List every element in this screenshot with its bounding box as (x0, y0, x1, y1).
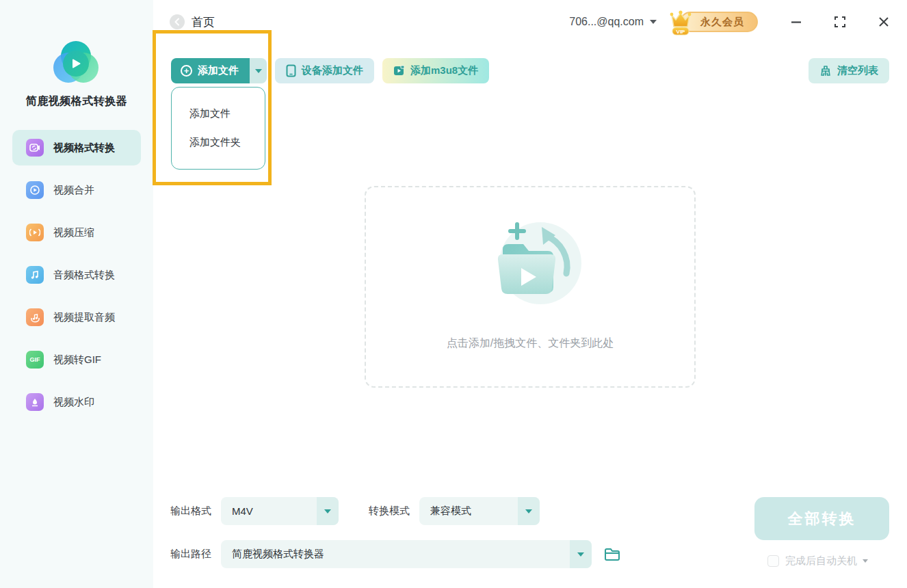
gif-glyph: GIF (30, 356, 40, 363)
topbar: 首页 706...@qq.com VIP 永久会员 (170, 10, 891, 34)
add-m3u8-button[interactable]: 添加m3u8文件 (382, 58, 489, 83)
account-email[interactable]: 706...@qq.com (569, 16, 644, 28)
chevron-down-icon (317, 497, 339, 525)
svg-text:VIP: VIP (676, 29, 686, 35)
format-row: 输出格式 M4V 转换模式 兼容模式 (170, 497, 540, 525)
chevron-down-icon (255, 69, 262, 73)
sidebar-nav: 视频格式转换 视频合并 视频压缩 音频格式转换 视频提取音频 (0, 130, 153, 427)
phone-icon (286, 64, 296, 77)
back-button[interactable] (170, 14, 185, 29)
sidebar-item-label: 视频水印 (53, 396, 94, 409)
output-path-select[interactable]: 简鹿视频格式转换器 (221, 540, 592, 568)
convert-all-button[interactable]: 全部转换 (754, 497, 889, 540)
file-dropzone[interactable]: 点击添加/拖拽文件、文件夹到此处 (365, 186, 696, 388)
close-button[interactable] (877, 15, 891, 29)
output-path-value: 简鹿视频格式转换器 (232, 548, 324, 561)
minimize-button[interactable] (789, 15, 803, 29)
device-add-file-button[interactable]: 设备添加文件 (275, 58, 374, 83)
sidebar: 简鹿视频格式转换器 视频格式转换 视频合并 视频压缩 音频格式转换 (0, 0, 153, 588)
output-format-label: 输出格式 (170, 505, 211, 518)
add-file-label: 添加文件 (198, 64, 239, 77)
folder-illustration-icon (465, 212, 595, 325)
add-file-split-button: + 添加文件 (171, 58, 267, 83)
clear-list-label: 清空列表 (837, 64, 878, 77)
page-title: 首页 (192, 14, 215, 30)
plus-icon: + (181, 65, 192, 77)
broom-icon (819, 65, 832, 77)
menu-item-add-file[interactable]: 添加文件 (172, 107, 265, 120)
vip-badge[interactable]: VIP 永久会员 (680, 12, 758, 32)
sidebar-item-video-compress[interactable]: 视频压缩 (12, 215, 141, 250)
account-chevron-down-icon[interactable] (650, 20, 657, 24)
chevron-down-icon (570, 540, 592, 568)
sidebar-item-video-watermark[interactable]: 视频水印 (12, 384, 141, 420)
menu-item-add-folder[interactable]: 添加文件夹 (172, 136, 265, 149)
path-row: 输出路径 简鹿视频格式转换器 (170, 540, 620, 568)
output-format-value: M4V (232, 505, 253, 517)
sidebar-item-video-convert[interactable]: 视频格式转换 (12, 130, 141, 165)
vip-label: 永久会员 (700, 16, 744, 29)
sidebar-item-video-merge[interactable]: 视频合并 (12, 172, 141, 208)
convert-mode-label: 转换模式 (369, 505, 410, 518)
sidebar-item-audio-extract[interactable]: 视频提取音频 (12, 299, 141, 335)
toolbar: + 添加文件 设备添加文件 添加m3u8文件 清空列表 (171, 58, 889, 83)
sidebar-item-label: 视频提取音频 (53, 311, 115, 324)
app-title: 简鹿视频格式转换器 (0, 94, 153, 109)
shutdown-option: 完成后自动关机 (767, 554, 868, 567)
clear-list-button[interactable]: 清空列表 (809, 58, 889, 83)
convert-mode-value: 兼容模式 (430, 505, 471, 518)
audio-convert-icon (26, 266, 44, 284)
sidebar-item-video-to-gif[interactable]: GIF 视频转GIF (12, 342, 141, 377)
sidebar-item-label: 音频格式转换 (53, 269, 115, 282)
sidebar-item-audio-convert[interactable]: 音频格式转换 (12, 257, 141, 293)
sidebar-item-label: 视频转GIF (53, 353, 101, 366)
video-merge-icon (26, 181, 44, 199)
shutdown-chevron-down-icon[interactable] (863, 559, 868, 563)
watermark-icon (26, 393, 44, 411)
vip-crown-icon: VIP (666, 8, 696, 37)
video-file-icon (393, 65, 405, 77)
app-logo-icon (53, 41, 98, 86)
audio-extract-icon (26, 308, 44, 326)
sidebar-item-label: 视频合并 (53, 184, 94, 197)
add-file-dropdown-menu: 添加文件 添加文件夹 (171, 87, 265, 170)
video-convert-icon (26, 139, 44, 157)
add-m3u8-label: 添加m3u8文件 (410, 64, 478, 77)
auto-shutdown-checkbox[interactable] (767, 555, 779, 567)
gif-icon: GIF (26, 351, 44, 369)
chevron-down-icon (518, 497, 540, 525)
output-path-label: 输出路径 (170, 548, 211, 561)
browse-folder-button[interactable] (604, 548, 620, 561)
output-format-select[interactable]: M4V (221, 497, 339, 525)
sidebar-item-label: 视频格式转换 (53, 142, 115, 155)
auto-shutdown-label: 完成后自动关机 (785, 554, 857, 567)
maximize-button[interactable] (833, 15, 847, 29)
video-compress-icon (26, 224, 44, 241)
device-add-label: 设备添加文件 (302, 64, 363, 77)
convert-mode-select[interactable]: 兼容模式 (419, 497, 540, 525)
add-file-button[interactable]: + 添加文件 (171, 58, 250, 83)
dropzone-hint: 点击添加/拖拽文件、文件夹到此处 (366, 336, 694, 351)
sidebar-item-label: 视频压缩 (53, 226, 94, 239)
add-file-dropdown-toggle[interactable] (250, 58, 267, 83)
